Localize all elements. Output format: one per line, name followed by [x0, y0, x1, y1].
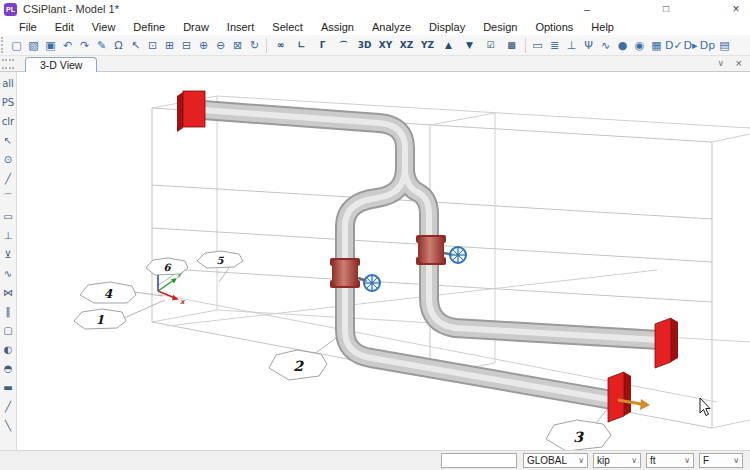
tab-3d-view[interactable]: 3-D View: [25, 57, 97, 72]
draw-rectangle-button[interactable]: ▭: [529, 36, 546, 54]
move-up-list-button[interactable]: ▲: [438, 36, 459, 54]
draw-mode-button[interactable]: ✎: [93, 36, 110, 54]
tab-list-chevron-icon[interactable]: ∨: [717, 58, 724, 68]
undo-button[interactable]: ↶: [59, 36, 76, 54]
menu-analyze[interactable]: Analyze: [363, 20, 420, 34]
toolbar-group-design: ▭≣⊥Ψ∿●◉▦D✓D▸Dp▤: [529, 36, 733, 54]
chevron-down-icon: ∨: [733, 456, 739, 465]
window-title: CSiPlant - Model 1*: [23, 3, 119, 15]
select-all-button[interactable]: all: [0, 74, 16, 93]
anchor-top-left[interactable]: [177, 91, 205, 132]
measure-tool-2-button[interactable]: ╲: [0, 416, 16, 435]
perspective-toggle-button[interactable]: ∞: [270, 36, 291, 54]
view-yz-button[interactable]: YZ: [417, 36, 438, 54]
draw-pipe-tool-button[interactable]: ▭: [0, 207, 16, 226]
menu-insert[interactable]: Insert: [218, 20, 264, 34]
force-unit-combo[interactable]: kip ∨: [593, 453, 641, 468]
draw-pipe-button[interactable]: ≣: [546, 36, 563, 54]
save-button[interactable]: ▣: [42, 36, 59, 54]
lock-model-button[interactable]: Ω: [110, 36, 127, 54]
run-design-button[interactable]: D▸: [682, 36, 699, 54]
sphere-view-button[interactable]: ◐: [0, 340, 16, 359]
menu-design[interactable]: Design: [474, 20, 526, 34]
draw-bend-tool-button[interactable]: ⌒: [0, 188, 16, 207]
menu-options[interactable]: Options: [526, 20, 582, 34]
panel-tool-button[interactable]: ▬: [0, 378, 16, 397]
view-xz-button[interactable]: XZ: [396, 36, 417, 54]
coordinate-display: [441, 453, 517, 468]
menu-define[interactable]: Define: [124, 20, 174, 34]
pipe-elbow-flange-button[interactable]: Γ: [312, 36, 333, 54]
view-xy-button[interactable]: XY: [375, 36, 396, 54]
menu-draw[interactable]: Draw: [174, 20, 218, 34]
draw-frame-tool-button[interactable]: ╱: [0, 169, 16, 188]
aerial-view-button[interactable]: ⊠: [229, 36, 246, 54]
clear-selection-button[interactable]: clr: [0, 112, 16, 131]
valve-left[interactable]: [330, 258, 380, 291]
spring-support-tool-button[interactable]: ∿: [0, 264, 16, 283]
model-viewport[interactable]: z y x 4 1 6 5 2 3: [17, 72, 750, 450]
piping-design-button[interactable]: Dp: [699, 36, 716, 54]
pointer-tool-button[interactable]: ↖: [0, 131, 16, 150]
close-button[interactable]: ×: [725, 0, 747, 17]
anchor-lower-right[interactable]: [608, 372, 650, 422]
restore-full-view-button[interactable]: ⊞: [161, 36, 178, 54]
restraint-tool-button[interactable]: ⊻: [0, 245, 16, 264]
rotate-3d-view-button[interactable]: ↻: [246, 36, 263, 54]
insert-damper-button[interactable]: ●: [614, 36, 631, 54]
joint-support-button[interactable]: ⊥: [563, 36, 580, 54]
previous-zoom-button[interactable]: ⊟: [178, 36, 195, 54]
dock-grip[interactable]: [2, 59, 14, 69]
object-shading-button[interactable]: ▩: [501, 36, 522, 54]
insert-hanger-button[interactable]: Ψ: [580, 36, 597, 54]
report-button[interactable]: ▤: [716, 36, 733, 54]
maximize-button[interactable]: □: [655, 0, 677, 17]
show-tables-button[interactable]: ▦: [648, 36, 665, 54]
menu-select[interactable]: Select: [263, 20, 312, 34]
monitor-tool-button[interactable]: ▢: [0, 321, 16, 340]
design-check-button[interactable]: D✓: [665, 36, 682, 54]
draw-joint-tool-button[interactable]: ⊙: [0, 150, 16, 169]
tab-close-icon[interactable]: ×: [736, 57, 742, 69]
menu-display[interactable]: Display: [420, 20, 474, 34]
insert-flange-button[interactable]: ‖: [0, 302, 16, 321]
valve-right[interactable]: [416, 235, 466, 265]
minimize-button[interactable]: –: [576, 0, 598, 17]
coord-system-combo[interactable]: GLOBAL ∨: [523, 453, 588, 468]
insert-spring-button[interactable]: ∿: [597, 36, 614, 54]
main-toolbar: ▢▧▣↶↷✎Ω↖⊡⊞⊟⊕⊖⊠↻ ∞∟Γ⌒3DXYXZYZ▲▼☑▩ ▭≣⊥Ψ∿●◉…: [0, 35, 750, 56]
menu-view[interactable]: View: [83, 20, 125, 34]
length-unit-combo[interactable]: ft ∨: [646, 453, 694, 468]
3d-scene: z y x 4 1 6 5 2 3: [17, 72, 750, 450]
insert-valve-button[interactable]: ⋈: [0, 283, 16, 302]
status-bar: GLOBAL ∨ kip ∨ ft ∨ F ∨: [0, 450, 750, 470]
menu-edit[interactable]: Edit: [46, 20, 83, 34]
zoom-out-button[interactable]: ⊖: [212, 36, 229, 54]
redo-button[interactable]: ↷: [76, 36, 93, 54]
pipe-elbow-button[interactable]: ∟: [291, 36, 312, 54]
temperature-unit-combo[interactable]: F ∨: [699, 453, 743, 468]
pipe-bend-button[interactable]: ⌒: [333, 36, 354, 54]
view-tab-bar: 3-D View ∨ ×: [0, 56, 750, 72]
globe-view-button[interactable]: ◓: [0, 359, 16, 378]
open-file-button[interactable]: ▧: [25, 36, 42, 54]
balloon-5: 5: [217, 255, 225, 266]
menu-help[interactable]: Help: [582, 20, 623, 34]
view-3d-button[interactable]: 3D: [354, 36, 375, 54]
display-options-button[interactable]: ☑: [480, 36, 501, 54]
support-tool-button[interactable]: ⊥: [0, 226, 16, 245]
balloon-6: 6: [164, 262, 172, 273]
menu-file[interactable]: File: [10, 20, 46, 34]
new-model-button[interactable]: ▢: [8, 36, 25, 54]
toolbar-grip[interactable]: [1, 37, 6, 53]
toolbar-group-file-zoom: ▢▧▣↶↷✎Ω↖⊡⊞⊟⊕⊖⊠↻: [8, 36, 263, 54]
anchor-upper-right[interactable]: [655, 318, 678, 368]
move-down-list-button[interactable]: ▼: [459, 36, 480, 54]
menu-assign[interactable]: Assign: [312, 20, 363, 34]
zoom-in-button[interactable]: ⊕: [195, 36, 212, 54]
select-pointer-button[interactable]: ↖: [127, 36, 144, 54]
rubber-band-zoom-button[interactable]: ⊡: [144, 36, 161, 54]
select-previous-button[interactable]: PS: [0, 93, 16, 112]
animate-model-button[interactable]: ◉: [631, 36, 648, 54]
measure-tool-1-button[interactable]: ╱: [0, 397, 16, 416]
